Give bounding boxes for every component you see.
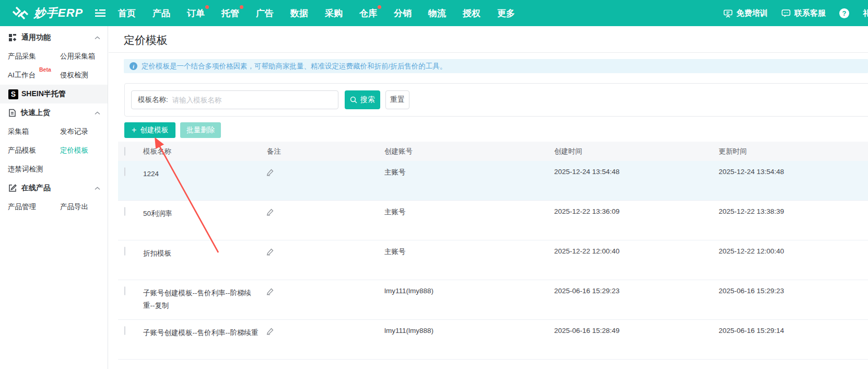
info-banner: i 定价模板是一个结合多项价格因素，可帮助商家批量、精准设定运费藏价和折前/折后… bbox=[124, 59, 868, 73]
pencil-icon bbox=[267, 169, 274, 176]
grid-icon bbox=[8, 33, 17, 42]
nav-warehouse[interactable]: 仓库 bbox=[359, 7, 377, 19]
col-header-account: 创建账号 bbox=[384, 147, 554, 156]
template-name-field[interactable]: 模板名称: bbox=[131, 90, 338, 109]
updated-time: 2025-12-24 13:54:48 bbox=[719, 168, 868, 176]
updated-time: 2025-12-22 13:38:39 bbox=[719, 207, 868, 215]
search-panel: 模板名称: 搜索 重置 bbox=[124, 83, 868, 117]
pencil-icon bbox=[267, 288, 274, 295]
row-checkbox[interactable] bbox=[124, 286, 125, 295]
contact-support-link[interactable]: 联系客服 bbox=[781, 8, 826, 18]
sidebar-group-common: 产品采集 公用采集箱 AI工作台 Beta 侵权检测 bbox=[0, 47, 108, 85]
help-icon[interactable]: ? bbox=[839, 8, 849, 18]
template-name: 1224 bbox=[143, 168, 267, 180]
chevron-up-icon bbox=[95, 36, 100, 40]
reset-button[interactable]: 重置 bbox=[385, 90, 409, 109]
sidebar-item-banned-words[interactable]: 违禁词检测 bbox=[8, 160, 60, 179]
col-header-updated: 更新时间 bbox=[719, 147, 868, 156]
table-actions: + 创建模板 批量删除 bbox=[124, 122, 868, 138]
sidebar-item-product-export[interactable]: 产品导出 bbox=[60, 198, 108, 216]
creator-account: 主账号 bbox=[384, 168, 554, 177]
template-name: 50利润率 bbox=[143, 207, 267, 220]
template-name: 子账号创建模板--售价利率--阶梯续重--复制 bbox=[143, 287, 267, 312]
sidebar-item-publish-record[interactable]: 发布记录 bbox=[60, 122, 108, 141]
sidebar-item-product-template[interactable]: 产品模板 bbox=[8, 141, 60, 160]
sidebar-item-public-box[interactable]: 公用采集箱 bbox=[60, 47, 108, 66]
row-checkbox[interactable] bbox=[124, 207, 125, 216]
sidebar-item-shein[interactable]: S SHEIN半托管 bbox=[0, 85, 108, 103]
menu-toggle-icon[interactable] bbox=[95, 9, 105, 17]
page-title: 定价模板 bbox=[124, 33, 868, 49]
search-button[interactable]: 搜索 bbox=[345, 90, 380, 109]
topbar-right: 免费培训 联系客服 ? 礼 bbox=[723, 8, 868, 18]
table-row[interactable]: 1224 主账号 2025-12-24 13:54:48 2025-12-24 … bbox=[118, 161, 868, 201]
nav-data[interactable]: 数据 bbox=[290, 7, 308, 19]
batch-delete-button[interactable]: 批量删除 bbox=[180, 122, 221, 138]
nav-purchasing[interactable]: 采购 bbox=[325, 7, 343, 19]
nav-authorization[interactable]: 授权 bbox=[463, 7, 480, 19]
create-template-button[interactable]: + 创建模板 bbox=[124, 122, 175, 138]
notification-dot bbox=[378, 5, 381, 9]
sidebar-section-online-products[interactable]: 在线产品 bbox=[0, 179, 108, 198]
nav-logistics[interactable]: 物流 bbox=[428, 7, 446, 19]
template-name: 子账号创建模板--售价利率--阶梯续重 bbox=[143, 327, 267, 339]
created-time: 2025-12-22 13:36:09 bbox=[554, 207, 719, 215]
nav-products[interactable]: 产品 bbox=[153, 7, 170, 19]
nav-distribution[interactable]: 分销 bbox=[394, 7, 412, 19]
sidebar-item-collect-box[interactable]: 采集箱 bbox=[8, 122, 60, 141]
col-header-created: 创建时间 bbox=[554, 147, 719, 156]
notification-dot bbox=[205, 5, 209, 9]
sidebar-item-pricing-template[interactable]: 定价模板 bbox=[60, 141, 108, 160]
presentation-icon bbox=[723, 9, 733, 18]
edit-remark-button[interactable] bbox=[267, 248, 274, 257]
info-icon: i bbox=[130, 62, 137, 70]
nav-orders[interactable]: 订单 bbox=[187, 7, 205, 19]
updated-time: 2025-12-22 12:00:40 bbox=[719, 247, 868, 255]
nav-ads[interactable]: 广告 bbox=[256, 7, 274, 19]
main-content: 定价模板 i 定价模板是一个结合多项价格因素，可帮助商家批量、精准设定运费藏价和… bbox=[109, 26, 868, 369]
row-checkbox[interactable] bbox=[124, 247, 125, 256]
edit-remark-button[interactable] bbox=[267, 209, 274, 217]
beta-badge: Beta bbox=[39, 66, 51, 73]
plus-icon: + bbox=[132, 126, 136, 134]
info-banner-text: 定价模板是一个结合多项价格因素，可帮助商家批量、精准设定运费藏价和折前/折后售价… bbox=[142, 62, 447, 71]
sidebar-section-quick-listing[interactable]: 快速上货 bbox=[0, 103, 108, 122]
edit-remark-button[interactable] bbox=[267, 288, 274, 297]
template-name: 折扣模板 bbox=[143, 247, 267, 260]
created-time: 2025-06-16 15:29:23 bbox=[554, 287, 719, 295]
sidebar-section-common[interactable]: 通用功能 bbox=[0, 28, 108, 47]
edit-remark-button[interactable] bbox=[267, 328, 274, 337]
table-row[interactable]: 子账号创建模板--售价利率--阶梯续重--复制 lmy111(lmy888) 2… bbox=[118, 280, 868, 320]
sidebar-item-ai-workbench[interactable]: AI工作台 Beta bbox=[8, 66, 60, 85]
sidebar-group-online-products: 产品管理 产品导出 bbox=[0, 198, 108, 216]
sidebar-item-product-collect[interactable]: 产品采集 bbox=[8, 47, 60, 66]
created-time: 2025-06-16 15:28:49 bbox=[554, 327, 719, 335]
pencil-icon bbox=[267, 209, 274, 216]
notification-dot bbox=[240, 5, 243, 9]
row-checkbox[interactable] bbox=[124, 326, 125, 335]
nav-home[interactable]: 首页 bbox=[118, 7, 136, 19]
select-all-checkbox[interactable] bbox=[124, 147, 125, 156]
creator-account: 主账号 bbox=[384, 247, 554, 257]
nav-more[interactable]: 更多 bbox=[497, 7, 515, 19]
updated-time: 2025-06-16 15:29:23 bbox=[719, 287, 868, 295]
row-checkbox[interactable] bbox=[124, 167, 125, 176]
brand-name: 妙手ERP bbox=[34, 5, 83, 21]
sidebar-item-product-manage[interactable]: 产品管理 bbox=[8, 198, 60, 216]
app-logo-icon bbox=[11, 5, 29, 21]
creator-account: 主账号 bbox=[384, 207, 554, 217]
chat-icon bbox=[781, 9, 791, 18]
title-divider bbox=[109, 52, 868, 53]
search-icon bbox=[350, 96, 357, 103]
pencil-icon bbox=[267, 248, 274, 256]
free-training-link[interactable]: 免费培训 bbox=[723, 8, 768, 18]
table-row[interactable]: 子账号创建模板--售价利率--阶梯续重 lmy111(lmy888) 2025-… bbox=[118, 320, 868, 360]
table-row[interactable]: 50利润率 主账号 2025-12-22 13:36:09 2025-12-22… bbox=[118, 201, 868, 240]
table-row[interactable]: 折扣模板 主账号 2025-12-22 12:00:40 2025-12-22 … bbox=[118, 240, 868, 280]
nav-hosting[interactable]: 托管 bbox=[221, 7, 239, 19]
template-name-input[interactable] bbox=[172, 96, 338, 104]
edit-remark-button[interactable] bbox=[267, 169, 274, 178]
sidebar-item-infringement[interactable]: 侵权检测 bbox=[60, 66, 108, 85]
edit-square-icon bbox=[8, 184, 17, 192]
brand[interactable]: 妙手ERP bbox=[0, 5, 93, 21]
